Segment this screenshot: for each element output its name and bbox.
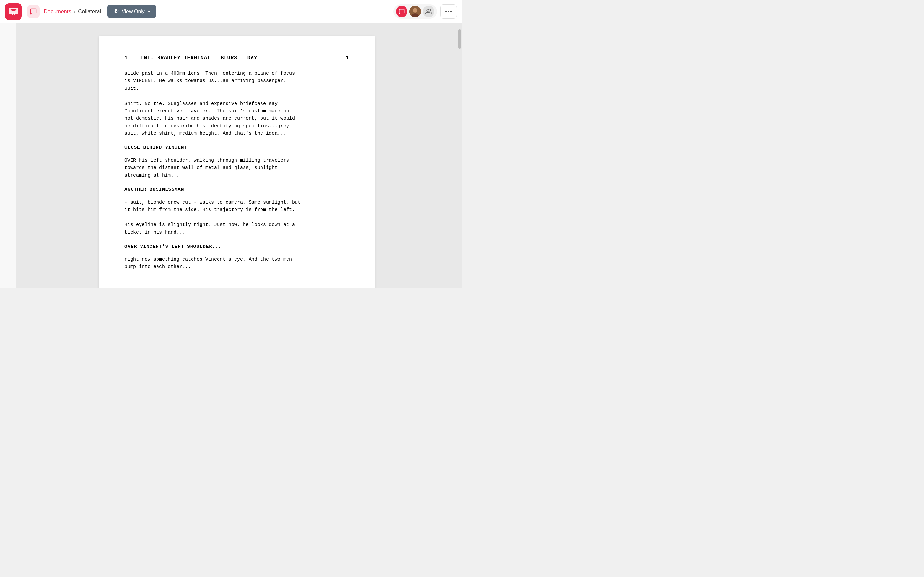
scene-line: 1 INT. BRADLEY TERMINAL – BLURS – DAY 1 <box>124 55 349 61</box>
left-sidebar <box>0 23 17 288</box>
chevron-down-icon: ▾ <box>148 9 150 14</box>
action-paragraph-1: Shirt. No tie. Sunglasses and expensive … <box>124 100 349 137</box>
document-page: 1 INT. BRADLEY TERMINAL – BLURS – DAY 1 … <box>99 36 375 288</box>
breadcrumb-documents-link[interactable]: Documents <box>44 8 71 15</box>
svg-point-4 <box>413 8 417 13</box>
action-subheading-close-behind: CLOSE BEHIND VINCENT <box>124 145 349 150</box>
breadcrumb-current-page: Collateral <box>78 8 101 15</box>
user-photo-avatar[interactable] <box>409 6 421 17</box>
svg-rect-2 <box>14 13 15 15</box>
view-only-label: View Only <box>121 9 145 15</box>
nav-chat-button[interactable] <box>27 5 40 18</box>
scene-heading: INT. BRADLEY TERMINAL – BLURS – DAY <box>134 55 339 61</box>
user-chat-avatar[interactable] <box>396 6 407 17</box>
view-only-button[interactable]: 👁 View Only ▾ <box>107 5 156 18</box>
document-area[interactable]: 1 INT. BRADLEY TERMINAL – BLURS – DAY 1 … <box>17 23 457 288</box>
navbar-right <box>393 5 457 19</box>
navbar: Documents › Collateral 👁 View Only ▾ <box>0 0 462 23</box>
action-subheading-over-vincent: OVER VINCENT'S LEFT SHOULDER... <box>124 244 349 250</box>
scrollbar-thumb[interactable] <box>459 29 461 49</box>
breadcrumb-separator: › <box>74 9 75 15</box>
action-paragraph-0: slide past in a 400mm lens. Then, enteri… <box>124 70 349 92</box>
action-paragraph-5: - suit, blonde crew cut - walks to camer… <box>124 199 349 214</box>
main-area: 1 INT. BRADLEY TERMINAL – BLURS – DAY 1 … <box>0 23 462 288</box>
dot-1 <box>445 11 447 12</box>
avatar-group <box>393 5 437 19</box>
svg-rect-1 <box>11 13 13 15</box>
action-paragraph-3: OVER his left shoulder, walking through … <box>124 157 349 179</box>
right-sidebar <box>457 23 462 288</box>
more-options-button[interactable] <box>440 5 457 19</box>
scene-number-right: 1 <box>339 55 349 61</box>
scene-number-left: 1 <box>124 55 134 61</box>
action-paragraph-8: right now something catches Vincent's ey… <box>124 256 349 271</box>
eye-icon: 👁 <box>113 8 119 15</box>
dot-2 <box>448 11 449 12</box>
svg-point-6 <box>427 9 429 11</box>
dot-3 <box>451 11 452 12</box>
app-logo <box>5 3 22 20</box>
breadcrumb: Documents › Collateral <box>44 8 101 15</box>
action-subheading-another-businessman: ANOTHER BUSINESSMAN <box>124 187 349 192</box>
users-icon-button[interactable] <box>423 6 435 17</box>
action-paragraph-6: His eyeline is slightly right. Just now,… <box>124 221 349 236</box>
